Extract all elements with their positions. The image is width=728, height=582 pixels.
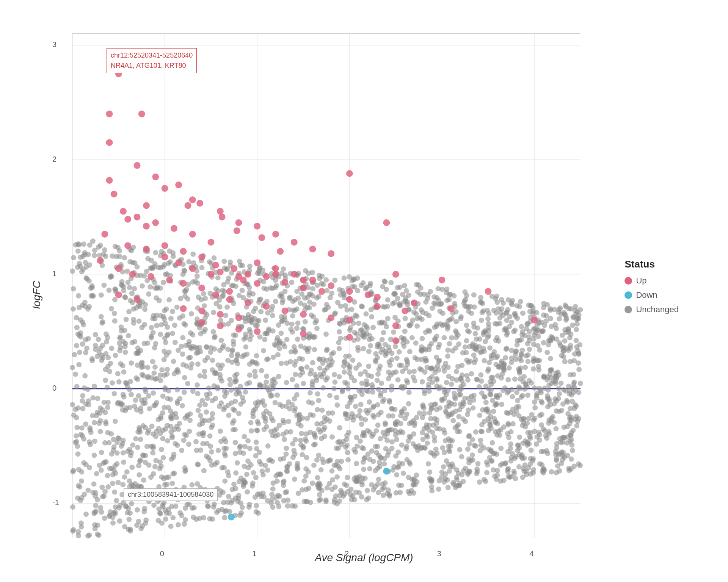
svg-point-2039 <box>290 313 295 319</box>
svg-point-2368 <box>223 453 228 458</box>
svg-point-2646 <box>197 402 202 408</box>
svg-point-1416 <box>252 369 257 374</box>
svg-point-1977 <box>465 472 471 477</box>
svg-point-1800 <box>458 375 464 381</box>
svg-point-2098 <box>370 385 375 390</box>
svg-point-1843 <box>210 358 215 363</box>
svg-point-2785 <box>86 278 92 283</box>
svg-point-1966 <box>212 371 217 376</box>
svg-point-2876 <box>570 385 575 391</box>
svg-point-1665 <box>355 347 361 353</box>
svg-point-2512 <box>77 305 82 310</box>
svg-point-2758 <box>537 413 543 418</box>
svg-point-102 <box>490 440 495 446</box>
svg-point-3067 <box>245 271 251 278</box>
svg-point-2211 <box>223 439 228 444</box>
svg-point-2331 <box>126 517 132 522</box>
svg-point-2404 <box>440 311 446 316</box>
svg-point-2169 <box>333 493 339 499</box>
svg-point-2187 <box>254 503 259 508</box>
svg-point-1726 <box>399 443 405 448</box>
svg-point-1637 <box>226 494 231 499</box>
svg-point-1956 <box>71 255 76 260</box>
svg-point-633 <box>299 431 304 436</box>
svg-point-2542 <box>79 469 84 475</box>
svg-point-2569 <box>136 318 141 324</box>
svg-point-3044 <box>374 294 381 300</box>
svg-point-2854 <box>364 326 370 331</box>
svg-point-2786 <box>524 443 530 448</box>
svg-point-1643 <box>532 429 537 434</box>
svg-point-1394 <box>218 400 224 405</box>
svg-point-3074 <box>411 299 417 306</box>
svg-point-2631 <box>289 322 295 327</box>
svg-point-3091 <box>263 303 270 310</box>
svg-point-2532 <box>183 289 188 294</box>
svg-point-2544 <box>186 259 191 264</box>
svg-point-1939 <box>282 437 287 442</box>
svg-point-1129 <box>469 371 474 376</box>
svg-point-2522 <box>479 318 484 323</box>
svg-point-2294 <box>105 473 110 478</box>
svg-point-2284 <box>411 369 417 374</box>
svg-point-139 <box>189 361 195 366</box>
svg-point-1370 <box>162 357 167 362</box>
svg-point-2589 <box>418 285 424 291</box>
svg-point-3083 <box>277 248 284 255</box>
svg-point-1884 <box>502 327 507 333</box>
svg-point-1690 <box>464 323 469 328</box>
svg-point-2232 <box>76 362 82 367</box>
svg-point-1379 <box>260 472 266 477</box>
svg-point-3011 <box>574 327 579 332</box>
svg-point-1924 <box>381 461 387 466</box>
svg-point-2611 <box>484 408 490 414</box>
svg-point-2847 <box>522 455 527 461</box>
svg-point-2231 <box>202 369 207 374</box>
svg-point-119 <box>194 489 199 494</box>
legend-item-unchanged: Unchanged <box>624 305 679 314</box>
svg-point-2355 <box>152 316 157 321</box>
legend-dot-up <box>624 277 632 285</box>
svg-point-892 <box>450 418 456 423</box>
svg-point-145 <box>150 450 155 455</box>
svg-point-3075 <box>448 305 455 312</box>
svg-point-1794 <box>532 399 537 405</box>
svg-point-1528 <box>247 264 253 269</box>
svg-point-1399 <box>406 390 412 395</box>
svg-point-3082 <box>258 234 265 241</box>
svg-point-2240 <box>315 391 320 397</box>
svg-point-2411 <box>518 299 523 304</box>
svg-point-1951 <box>524 326 529 331</box>
svg-point-2364 <box>359 482 365 488</box>
svg-point-1740 <box>347 366 352 371</box>
svg-point-2000 <box>364 285 369 290</box>
svg-point-2798 <box>346 430 351 435</box>
svg-point-2195 <box>342 482 347 487</box>
svg-point-1834 <box>205 396 210 401</box>
svg-point-2553 <box>521 379 526 384</box>
svg-point-2666 <box>201 515 206 521</box>
svg-point-3116 <box>392 337 399 344</box>
svg-point-2747 <box>76 242 82 247</box>
svg-point-1005 <box>182 521 187 527</box>
svg-point-2593 <box>375 372 381 377</box>
svg-point-2649 <box>266 458 271 463</box>
svg-point-1461 <box>258 309 264 314</box>
svg-point-742 <box>325 458 331 464</box>
svg-point-1991 <box>138 484 143 489</box>
svg-point-28 <box>311 463 317 468</box>
svg-point-1823 <box>283 451 289 457</box>
svg-point-2852 <box>136 519 141 524</box>
svg-point-2667 <box>74 439 79 444</box>
svg-point-1048 <box>170 309 175 314</box>
svg-point-1808 <box>471 352 477 358</box>
svg-point-2635 <box>479 300 484 305</box>
svg-point-2587 <box>132 339 137 344</box>
svg-point-2357 <box>474 336 479 342</box>
svg-point-2340 <box>108 361 113 366</box>
svg-point-3077 <box>152 174 159 180</box>
svg-point-1906 <box>75 451 81 457</box>
svg-point-2695 <box>107 466 113 471</box>
svg-point-2668 <box>304 455 309 460</box>
svg-point-2064 <box>441 365 447 370</box>
